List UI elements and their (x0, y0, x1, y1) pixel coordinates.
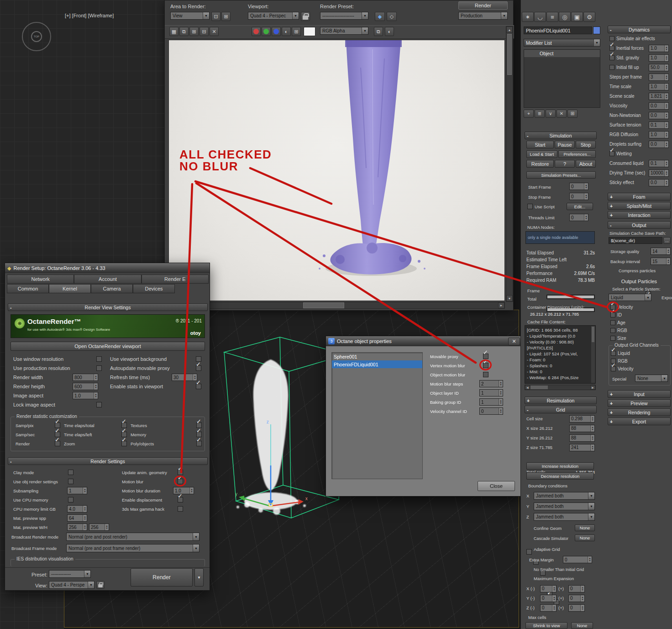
cache-h-scrollbar[interactable]: ◄ ► (525, 385, 596, 390)
preferences-button[interactable]: Preferences... (558, 150, 596, 158)
grid-spinner[interactable]: 241▲▼ (569, 444, 595, 451)
dynamics-spinner[interactable]: 1.0▲▼ (649, 54, 669, 62)
start-button[interactable]: Start (526, 141, 554, 148)
channel-checkbox[interactable] (610, 336, 615, 341)
horizontal-scrollbar[interactable]: ◄ ► (168, 302, 505, 309)
expansion-spinner-pos[interactable]: 0▲▼ (568, 595, 585, 602)
dynamics-spinner[interactable]: 1.821▲▼ (649, 93, 669, 100)
tab[interactable]: Camera (91, 284, 133, 293)
expansion-spinner-neg[interactable]: 0▲▼ (540, 585, 556, 592)
rollout-dynamics[interactable]: -Dynamics (608, 26, 671, 33)
render-settings-icon[interactable]: ◇ (387, 12, 397, 21)
panel-tab-icon[interactable]: ◎ (559, 12, 571, 22)
dynamics-spinner[interactable]: 0.0▲▼ (649, 102, 669, 110)
stack-tool-icon[interactable]: ⊞ (567, 110, 578, 118)
expansion-spinner-neg[interactable]: 0▲▼ (540, 595, 556, 602)
extra-margin-spinner[interactable]: 0▲▼ (563, 556, 592, 563)
cache-content-box[interactable]: [GRID: 1 866 304 cells, 88- Liquid/Tempe… (525, 325, 596, 384)
confine-geom-checkbox[interactable] (526, 549, 532, 555)
blue-channel-button[interactable] (272, 27, 281, 36)
setting-spinner[interactable]: 64▲▼ (67, 514, 87, 522)
modifier-stack[interactable]: Object (524, 49, 600, 108)
boundary-select[interactable]: Jammed both▼ (534, 502, 595, 510)
dynamics-spinner[interactable]: 0.0▲▼ (649, 179, 669, 186)
render-iterative-icon[interactable]: ◆ (375, 12, 385, 21)
region-crop-icon[interactable]: ⊞ (221, 12, 231, 21)
numa-nodes-field[interactable]: only a single node available (525, 231, 595, 244)
render-preset-select[interactable]: ---------------------▼ (320, 12, 368, 20)
decrease-resolution-button[interactable]: Decrease resolution (526, 472, 594, 480)
channel-checkbox[interactable] (610, 320, 615, 325)
option-spinner[interactable]: 600▲▼ (73, 383, 98, 390)
stop-button[interactable]: Stop (576, 141, 596, 148)
boundary-select[interactable]: Jammed both▼ (534, 513, 595, 521)
tab[interactable]: Devices (133, 284, 175, 293)
stop-frame-spinner[interactable]: 0▲▼ (569, 193, 588, 200)
object-color-swatch[interactable] (593, 26, 600, 34)
broadcast-render-select[interactable]: Normal (pre and post render)▼ (66, 533, 200, 541)
rollout-output[interactable]: -Output (608, 221, 671, 229)
rollout-simulation[interactable]: -Simulation (525, 132, 597, 139)
rollout-render-settings[interactable]: -Render Settings (8, 457, 208, 465)
green-channel-button[interactable] (262, 27, 271, 36)
property-checkbox[interactable] (483, 363, 488, 368)
option-checkbox[interactable] (96, 365, 102, 371)
simulation-presets-button[interactable]: Simulation Presets... (526, 171, 596, 179)
alpha-channel-button[interactable]: ⊞ (292, 27, 301, 36)
layer-compare-icon[interactable]: ⧉ (374, 27, 383, 36)
dynamics-checkbox[interactable] (609, 151, 614, 156)
broadcast-frame-select[interactable]: Normal (pre and post frame render)▼ (66, 544, 200, 552)
rollout-collapsed[interactable]: +Splash/Mist (608, 202, 671, 210)
setting-checkbox[interactable] (68, 497, 74, 502)
panel-tab-icon[interactable]: ✶ (522, 12, 534, 22)
scrollbar-thumb[interactable] (530, 386, 548, 389)
dynamics-checkbox[interactable] (609, 46, 614, 51)
octane-dialog-titlebar[interactable]: 3 Octane object properties ✕ (326, 336, 522, 346)
close-icon[interactable]: ✕ (508, 338, 520, 345)
copy-image-icon[interactable]: ⧉ (179, 27, 189, 36)
grid-spinner[interactable]: 0.298▲▼ (569, 415, 595, 423)
use-script-checkbox[interactable] (527, 204, 533, 209)
scrollbar-thumb[interactable] (303, 302, 344, 308)
tab[interactable]: Network (7, 275, 74, 284)
rollout-resimulation[interactable]: +Resimulation (525, 396, 597, 404)
rollout-collapsed[interactable]: +Rendering (608, 408, 671, 416)
red-channel-button[interactable] (252, 27, 261, 36)
tab[interactable]: Account (74, 275, 141, 284)
property-spinner[interactable]: 2▲▼ (479, 380, 503, 387)
production-mode-select[interactable]: Production▼ (458, 12, 508, 20)
setting-checkbox[interactable] (178, 497, 183, 502)
setting-checkbox[interactable] (68, 470, 74, 475)
save-image-icon[interactable]: ▦ (169, 27, 178, 36)
print-image-icon[interactable]: ⊟ (200, 27, 209, 36)
grid-channel-checkbox[interactable] (611, 366, 616, 371)
clone-window-icon[interactable]: ⊞ (189, 27, 199, 36)
open-octane-viewport-button[interactable]: Open OctaneRender viewport (10, 342, 205, 351)
property-spinner[interactable]: 0▲▼ (479, 407, 503, 415)
render-dialog-button[interactable]: Render (131, 568, 193, 587)
help-button[interactable]: ? (555, 160, 575, 168)
setting-spinner-2[interactable]: 256▲▼ (89, 523, 109, 531)
edit-script-button[interactable]: Edit... (567, 203, 593, 210)
tab[interactable]: Common (7, 284, 49, 293)
rollout-collapsed[interactable]: +Input (608, 390, 671, 398)
property-spinner[interactable]: 1▲▼ (479, 389, 503, 396)
panel-tab-icon[interactable]: ⚙ (583, 12, 595, 22)
panel-tab-icon[interactable]: ▣ (571, 12, 583, 22)
backup-interval-spinner[interactable]: 15▲▼ (651, 258, 671, 265)
dynamics-spinner[interactable]: 1.0▲▼ (649, 45, 669, 52)
lock-viewport-button[interactable] (301, 12, 310, 21)
cache-path-field[interactable]: $(scene_dir) (609, 237, 662, 244)
cascade-simulator-button[interactable]: None (575, 534, 595, 541)
dynamics-spinner[interactable]: 50.0▲▼ (649, 64, 669, 71)
dynamics-spinner[interactable]: 10000.0▲▼ (649, 169, 669, 177)
setting-spinner[interactable]: 4.0▲▼ (67, 505, 87, 513)
panel-tab-icon[interactable]: ◡ (534, 12, 546, 22)
dynamics-spinner[interactable]: 0.0▲▼ (649, 141, 669, 148)
property-checkbox[interactable] (483, 372, 488, 377)
preset-select[interactable]: -------------▼ (49, 570, 91, 578)
stack-tool-icon[interactable]: ∨ (546, 110, 556, 118)
setting-checkbox[interactable] (68, 479, 74, 484)
shrink-none-button[interactable]: None (571, 622, 593, 629)
rollout-collapsed[interactable]: +Foam (608, 193, 671, 201)
